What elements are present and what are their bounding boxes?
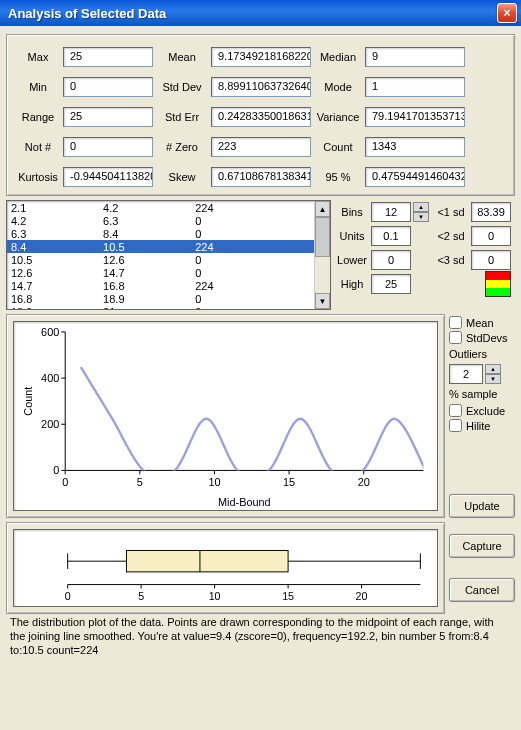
value-median[interactable]: 9 — [365, 47, 465, 67]
value-max[interactable]: 25 — [63, 47, 153, 67]
label-outliers: Outliers — [449, 348, 515, 360]
svg-text:20: 20 — [356, 590, 368, 602]
input-lower[interactable] — [371, 250, 411, 270]
label-zero: # Zero — [155, 141, 209, 153]
value-skew[interactable]: 0.67108678138341 — [211, 167, 311, 187]
value-range[interactable]: 25 — [63, 107, 153, 127]
scroll-up-icon[interactable]: ▲ — [315, 201, 330, 217]
value-variance[interactable]: 79.1941701353713 — [365, 107, 465, 127]
value-stderr[interactable]: 0.24283350018631 — [211, 107, 311, 127]
list-row[interactable]: 12.614.70 — [7, 266, 314, 279]
label-stddev: Std Dev — [155, 81, 209, 93]
label-notnum: Not # — [15, 141, 61, 153]
value-sd1[interactable] — [471, 202, 511, 222]
stats-panel: Max 25 Mean 9.17349218168220 Median 9 Mi… — [6, 34, 515, 196]
svg-text:600: 600 — [41, 326, 59, 338]
list-row[interactable]: 18.9210 — [7, 305, 314, 310]
scroll-down-icon[interactable]: ▼ — [315, 293, 330, 309]
scroll-thumb[interactable] — [315, 217, 330, 257]
distribution-chart-panel: 020040060005101520Mid-BoundCount — [6, 314, 445, 518]
input-outliers[interactable] — [449, 364, 483, 384]
label-pct-sample: % sample — [449, 388, 515, 400]
value-mode[interactable]: 1 — [365, 77, 465, 97]
svg-text:200: 200 — [41, 418, 59, 430]
label-sd3: <3 sd — [433, 254, 469, 266]
input-high[interactable] — [371, 274, 411, 294]
histogram-listbox[interactable]: 2.14.22244.26.306.38.408.410.522410.512.… — [6, 200, 331, 310]
color-legend-box[interactable] — [485, 271, 511, 297]
svg-text:5: 5 — [137, 476, 143, 488]
value-mean[interactable]: 9.17349218168220 — [211, 47, 311, 67]
title-bar: Analysis of Selected Data × — [0, 0, 521, 26]
value-kurtosis[interactable]: -0.94450411382032 — [63, 167, 153, 187]
capture-button[interactable]: Capture — [449, 534, 515, 558]
check-hilite[interactable]: Hilite — [449, 419, 515, 432]
label-mean: Mean — [155, 51, 209, 63]
svg-rect-26 — [126, 550, 288, 571]
label-max: Max — [15, 51, 61, 63]
value-sd3[interactable] — [471, 250, 511, 270]
check-mean[interactable]: Mean — [449, 316, 515, 329]
window-title: Analysis of Selected Data — [8, 6, 166, 21]
list-row[interactable]: 6.38.40 — [7, 227, 314, 240]
svg-text:Mid-Bound: Mid-Bound — [218, 496, 271, 508]
value-ci95[interactable]: 0.47594491460432 — [365, 167, 465, 187]
svg-text:400: 400 — [41, 372, 59, 384]
check-stddevs[interactable]: StdDevs — [449, 331, 515, 344]
cancel-button[interactable]: Cancel — [449, 578, 515, 602]
list-row[interactable]: 14.716.8224 — [7, 279, 314, 292]
svg-text:15: 15 — [282, 590, 294, 602]
value-sd2[interactable] — [471, 226, 511, 246]
svg-text:15: 15 — [283, 476, 295, 488]
boxplot-panel: 05101520 — [6, 522, 445, 614]
bins-spinner[interactable]: ▲▼ — [413, 202, 429, 222]
value-zero[interactable]: 223 — [211, 137, 311, 157]
label-median: Median — [313, 51, 363, 63]
chart-options-panel: Mean StdDevs Outliers ▲▼ % sample Exclud… — [449, 314, 515, 518]
value-min[interactable]: 0 — [63, 77, 153, 97]
list-row[interactable]: 8.410.5224 — [7, 240, 314, 253]
value-stddev[interactable]: 8.89911063732640 — [211, 77, 311, 97]
value-notnum[interactable]: 0 — [63, 137, 153, 157]
label-count: Count — [313, 141, 363, 153]
input-bins[interactable] — [371, 202, 411, 222]
label-mode: Mode — [313, 81, 363, 93]
list-row[interactable]: 4.26.30 — [7, 214, 314, 227]
label-kurtosis: Kurtosis — [15, 171, 61, 183]
label-skew: Skew — [155, 171, 209, 183]
update-button[interactable]: Update — [449, 494, 515, 518]
list-row[interactable]: 16.818.90 — [7, 292, 314, 305]
label-bins: Bins — [335, 206, 369, 218]
list-row[interactable]: 2.14.2224 — [7, 201, 314, 214]
close-icon: × — [503, 6, 510, 20]
label-min: Min — [15, 81, 61, 93]
boxplot-chart[interactable]: 05101520 — [13, 529, 438, 607]
outliers-spinner[interactable]: ▲▼ — [485, 364, 501, 384]
svg-text:0: 0 — [62, 476, 68, 488]
check-exclude[interactable]: Exclude — [449, 404, 515, 417]
value-count[interactable]: 1343 — [365, 137, 465, 157]
label-variance: Variance — [313, 111, 363, 123]
svg-text:10: 10 — [209, 590, 221, 602]
distribution-chart[interactable]: 020040060005101520Mid-BoundCount — [13, 321, 438, 511]
input-units[interactable] — [371, 226, 411, 246]
svg-text:0: 0 — [53, 464, 59, 476]
svg-text:20: 20 — [358, 476, 370, 488]
label-stderr: Std Err — [155, 111, 209, 123]
status-footer: The distribution plot of the data. Point… — [6, 614, 515, 659]
label-lower: Lower — [335, 254, 369, 266]
svg-text:Count: Count — [22, 387, 34, 416]
label-ci95: 95 % — [313, 171, 363, 183]
svg-text:5: 5 — [138, 590, 144, 602]
close-button[interactable]: × — [497, 3, 517, 23]
client-area: Max 25 Mean 9.17349218168220 Median 9 Mi… — [0, 26, 521, 730]
svg-text:10: 10 — [208, 476, 220, 488]
list-row[interactable]: 10.512.60 — [7, 253, 314, 266]
label-sd2: <2 sd — [433, 230, 469, 242]
label-high: High — [335, 278, 369, 290]
label-units: Units — [335, 230, 369, 242]
label-range: Range — [15, 111, 61, 123]
svg-text:0: 0 — [65, 590, 71, 602]
params-panel: Bins ▲▼ <1 sd Units <2 sd Lower <3 sd Hi… — [335, 200, 515, 310]
listbox-scrollbar[interactable]: ▲ ▼ — [314, 201, 330, 309]
